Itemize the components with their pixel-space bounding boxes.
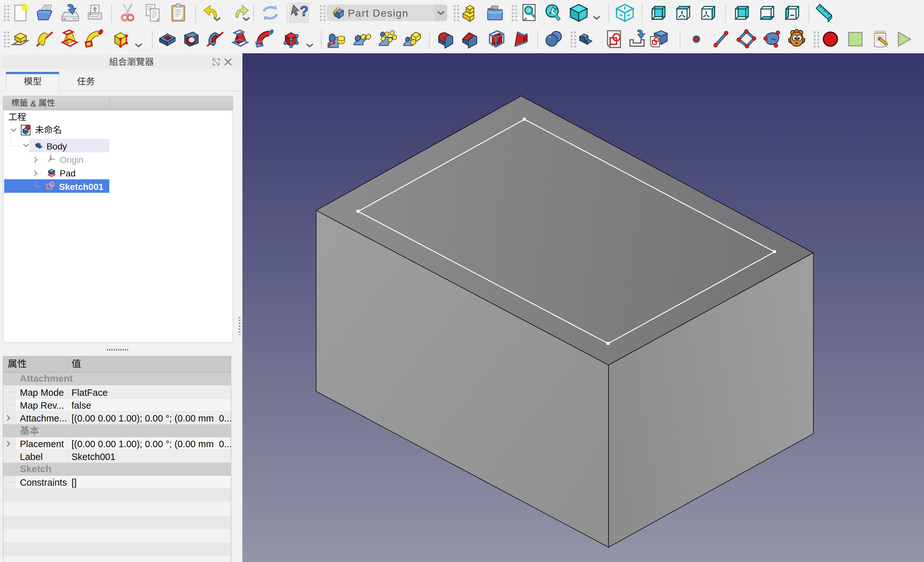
svg-text:?: ?	[300, 3, 308, 19]
